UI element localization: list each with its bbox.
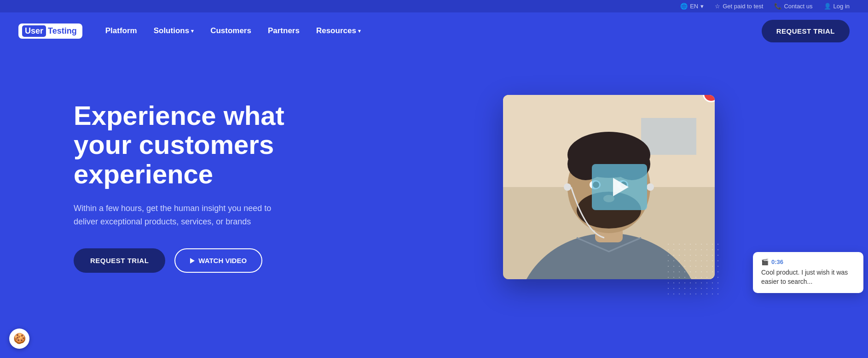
hero-request-trial-button[interactable]: REQUEST TRIAL [74, 248, 165, 273]
video-card[interactable] [503, 95, 715, 279]
login-link[interactable]: 👤 Log in [824, 3, 850, 10]
nav-resources[interactable]: Resources ▾ [316, 26, 361, 35]
svg-rect-2 [641, 118, 696, 155]
nav-platform[interactable]: Platform [105, 26, 137, 35]
comment-timestamp: 🎬 0:36 [761, 258, 855, 265]
contact-link[interactable]: 📞 Contact us [774, 3, 812, 10]
navbar-cta-button[interactable]: REQUEST TRIAL [762, 20, 850, 42]
hero-image-area: 🎬 0:36 Cool product. I just wish it was … [368, 95, 850, 279]
svg-point-15 [564, 183, 571, 191]
globe-icon: 🌐 [680, 3, 688, 10]
logo-user-text: User [22, 25, 46, 37]
hero-buttons: REQUEST TRIAL WATCH VIDEO [74, 248, 331, 273]
play-icon [190, 258, 195, 264]
hero-headline: Experience what your customers experienc… [74, 101, 331, 189]
user-icon: 👤 [824, 3, 831, 10]
cookie-icon: 🍪 [13, 333, 26, 345]
nav-customers[interactable]: Customers [210, 26, 251, 35]
video-clip-icon: 🎬 [761, 258, 769, 265]
video-play-overlay[interactable] [592, 164, 647, 210]
chevron-down-icon: ▾ [700, 3, 704, 10]
nav-links: Platform Solutions ▾ Customers Partners … [105, 26, 762, 35]
phone-icon: 📞 [774, 3, 781, 10]
navbar: User Testing Platform Solutions ▾ Custom… [0, 12, 868, 49]
svg-point-16 [647, 183, 654, 191]
chevron-down-icon: ▾ [191, 28, 194, 34]
nav-partners[interactable]: Partners [268, 26, 300, 35]
play-icon [613, 178, 629, 196]
hero-section: Experience what your customers experienc… [0, 49, 868, 324]
language-selector[interactable]: 🌐 EN ▾ [680, 3, 704, 10]
comment-text: Cool product. I just wish it was easier … [761, 268, 855, 286]
get-paid-link[interactable]: ☆ Get paid to test [715, 3, 763, 10]
utility-bar: 🌐 EN ▾ ☆ Get paid to test 📞 Contact us 👤… [0, 0, 868, 12]
chevron-down-icon: ▾ [358, 28, 361, 34]
hero-subtext: Within a few hours, get the human insigh… [74, 202, 295, 229]
comment-bubble: 🎬 0:36 Cool product. I just wish it was … [753, 252, 863, 293]
logo[interactable]: User Testing [18, 23, 82, 39]
hero-text-block: Experience what your customers experienc… [74, 101, 331, 273]
hero-watch-video-button[interactable]: WATCH VIDEO [174, 248, 262, 273]
cookie-consent-button[interactable]: 🍪 [9, 329, 29, 349]
logo-testing-text: Testing [46, 25, 79, 37]
nav-solutions[interactable]: Solutions ▾ [154, 26, 194, 35]
star-icon: ☆ [715, 3, 720, 10]
